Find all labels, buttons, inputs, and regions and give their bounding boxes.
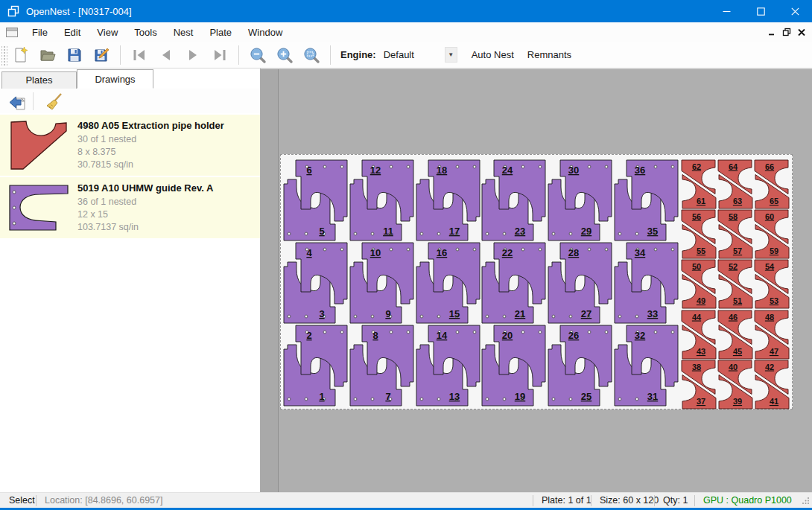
part-number: 34 <box>635 247 646 258</box>
import-drawing-button[interactable] <box>4 90 30 112</box>
nest-pair[interactable]: 87 <box>349 324 415 407</box>
resize-grip[interactable] <box>802 497 810 504</box>
zoom-out-button[interactable] <box>246 44 270 66</box>
nest-pair[interactable]: 2625 <box>547 324 613 407</box>
menu-item-tools[interactable]: Tools <box>126 24 165 41</box>
part-number: 54 <box>765 262 775 271</box>
go-next-icon <box>184 46 202 64</box>
nest-pair[interactable]: 3231 <box>613 324 679 407</box>
nest-pair[interactable]: 109 <box>349 241 415 325</box>
status-qty: Qty: 1 <box>663 495 688 506</box>
go-last-button[interactable] <box>208 44 232 66</box>
nest-pair[interactable]: 2221 <box>480 241 547 325</box>
nest-pair[interactable]: 1615 <box>415 241 481 325</box>
part-number: 22 <box>502 247 513 258</box>
maximize-button[interactable] <box>743 0 778 22</box>
nest-pair[interactable]: 4443 <box>681 310 717 360</box>
zoom-in-button[interactable] <box>273 44 296 66</box>
part-number: 25 <box>581 391 591 402</box>
nest-pair[interactable]: 1413 <box>415 324 481 407</box>
go-first-button[interactable] <box>127 44 151 66</box>
remnants-button[interactable]: Remnants <box>521 45 578 64</box>
nest-pair[interactable]: 5453 <box>754 259 790 309</box>
window-title: OpenNest - [N0317-004] <box>26 6 132 17</box>
menu-item-file[interactable]: File <box>24 24 56 41</box>
part-number: 33 <box>647 308 658 319</box>
clear-drawings-button[interactable] <box>41 90 66 112</box>
nest-pair[interactable]: 2827 <box>547 241 613 325</box>
nest-pair[interactable]: 1211 <box>349 159 415 242</box>
nest-pair[interactable]: 4645 <box>717 310 753 360</box>
nest-pair[interactable]: 4241 <box>754 360 790 409</box>
go-previous-button[interactable] <box>154 44 178 66</box>
nest-pair[interactable]: 6665 <box>754 159 790 209</box>
part-number: 15 <box>448 308 459 319</box>
maximize-icon <box>757 7 765 16</box>
drawing-item[interactable]: 5019 A10 UHMW guide Rev. A36 of 1 nested… <box>0 177 260 238</box>
nest-pair[interactable]: 6463 <box>717 159 753 209</box>
part-number: 63 <box>733 197 742 205</box>
drawing-thumbnail <box>0 120 77 170</box>
part-number: 57 <box>733 246 742 255</box>
nest-pair[interactable]: 2423 <box>480 159 547 242</box>
nest-pair[interactable]: 3433 <box>613 241 679 325</box>
document-system-icon[interactable] <box>6 27 18 38</box>
engine-dropdown-arrow[interactable]: ▼ <box>445 47 457 63</box>
part-number: 56 <box>692 212 701 221</box>
nest-pair[interactable]: 3837 <box>681 360 717 409</box>
part-number: 1 <box>319 391 324 402</box>
drawings-toolbar <box>0 89 260 113</box>
menu-item-view[interactable]: View <box>89 24 126 41</box>
nest-pair[interactable]: 5049 <box>681 259 717 309</box>
save-as-button[interactable] <box>89 44 113 66</box>
nest-pair[interactable]: 3029 <box>547 159 613 242</box>
nest-pair[interactable]: 3635 <box>613 159 679 242</box>
nest-pair[interactable]: 21 <box>282 324 349 407</box>
new-document-button[interactable] <box>9 44 33 66</box>
nest-pair[interactable]: 65 <box>282 159 349 242</box>
part-number: 12 <box>370 165 381 176</box>
part-number: 4 <box>306 247 312 258</box>
tab-drawings[interactable]: Drawings <box>77 69 153 89</box>
toolbar-grip[interactable] <box>1 45 7 66</box>
nest-pair[interactable]: 2019 <box>480 324 547 407</box>
nest-canvas[interactable]: 6512111817242330293635431091615222128273… <box>261 68 812 492</box>
menu-item-window[interactable]: Window <box>240 24 291 41</box>
nest-pair[interactable]: 5251 <box>717 259 753 309</box>
part-number: 45 <box>733 347 742 356</box>
canvas-gutter <box>261 69 278 492</box>
nest-pair[interactable]: 1817 <box>415 159 481 242</box>
plate[interactable]: 6512111817242330293635431091615222128273… <box>280 154 793 409</box>
part-number: 9 <box>385 308 390 319</box>
zoom-fit-button[interactable] <box>299 44 323 66</box>
part-number: 17 <box>448 226 459 237</box>
nest-pair[interactable]: 6059 <box>754 209 790 259</box>
nest-pair[interactable]: 4039 <box>717 360 753 409</box>
tab-plates[interactable]: Plates <box>1 71 77 89</box>
part-number: 44 <box>692 312 702 321</box>
engine-combobox[interactable]: Default <box>384 49 445 60</box>
part-number: 10 <box>370 247 381 258</box>
mdi-close-button[interactable] <box>794 25 809 39</box>
go-next-button[interactable] <box>181 44 205 66</box>
nest-pair[interactable]: 4847 <box>754 310 790 360</box>
save-button[interactable] <box>63 44 86 66</box>
auto-nest-button[interactable]: Auto Nest <box>465 45 521 64</box>
open-file-button[interactable] <box>36 44 60 66</box>
menu-item-edit[interactable]: Edit <box>56 24 89 41</box>
go-previous-icon <box>157 46 175 64</box>
nest-pair[interactable]: 43 <box>282 241 349 325</box>
close-button[interactable] <box>778 0 812 22</box>
minimize-button[interactable] <box>709 0 743 22</box>
menu-item-plate[interactable]: Plate <box>201 24 240 41</box>
uhmw-guide-thumbnail <box>9 185 69 231</box>
nest-pair[interactable]: 5857 <box>717 209 753 259</box>
mdi-restore-button[interactable] <box>779 25 794 39</box>
drawing-item[interactable]: 4980 A05 Extraction pipe holder30 of 1 n… <box>0 115 260 176</box>
zoom-out-icon <box>249 46 267 64</box>
menu-item-nest[interactable]: Nest <box>165 24 202 41</box>
mdi-minimize-button[interactable] <box>764 25 779 39</box>
part-number: 35 <box>647 226 658 237</box>
nest-pair[interactable]: 5655 <box>681 209 717 259</box>
nest-pair[interactable]: 6261 <box>681 159 717 209</box>
